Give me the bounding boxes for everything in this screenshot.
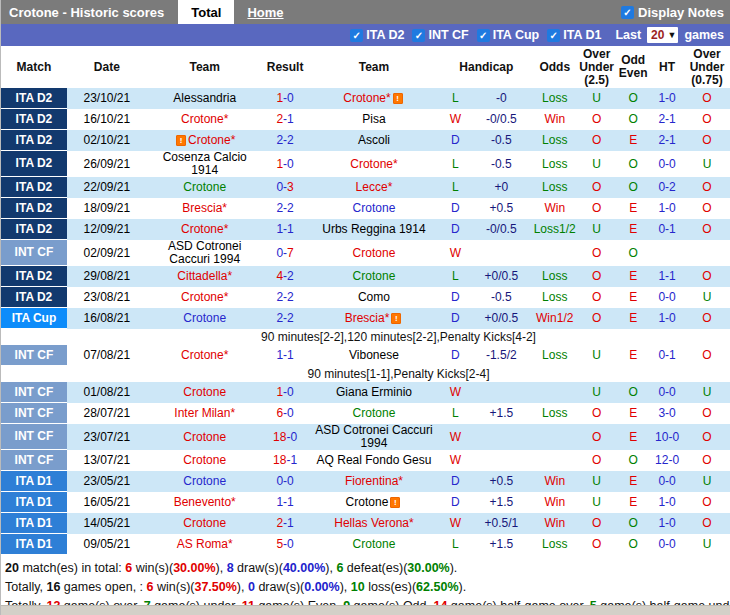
wld-cell: L [440,88,470,109]
over-under-075-cell: O [684,109,730,130]
summary-segment: win(s)( [153,580,194,594]
score-part: 2 [287,134,294,147]
date-cell: 13/07/21 [67,450,147,471]
home-team-cell: Crotone [147,471,263,492]
handicap-cell [470,240,532,266]
league-cell: ITA D2 [1,109,67,130]
odd-even-cell: E [616,308,650,329]
header-match: Match [1,61,67,74]
home-team-cell: Crotone* [147,287,263,308]
ht-cell: 0-0 [650,382,684,403]
chevron-down-icon: ▼ [667,30,676,40]
ht-cell: 10-0 [650,424,684,450]
checkbox-checked-icon[interactable]: ✓ [547,29,560,42]
over-under-25-cell: O [577,130,616,151]
score-part: 1 [287,496,294,509]
result-cell: 2-2 [263,198,308,219]
home-team-cell: Inter Milan* [147,403,263,424]
summary-segment: 37.50% [194,580,236,594]
odd-even-cell: O [616,151,650,177]
score-part: 1 [287,517,294,530]
odd-even-cell: E [616,287,650,308]
team-name: Crotone* [181,291,228,304]
last-games-select[interactable]: 20 ▼ [647,27,678,43]
checkbox-checked-icon[interactable]: ✓ [412,29,425,42]
handicap-cell: -0/0.5 [470,219,532,240]
wld-cell: W [440,240,470,266]
ht-cell: 0-1 [650,219,684,240]
home-team-cell: Brescia* [147,198,263,219]
summary-segment: 20 [5,561,19,575]
away-team-cell: AQ Real Fondo Gesu [308,450,441,471]
over-under-25-cell: O [577,266,616,287]
odd-even-cell: E [616,424,650,450]
score-part: 2 [287,202,294,215]
home-team-cell: Crotone [147,177,263,198]
header-team: Team [308,61,441,74]
handicap-cell [470,450,532,471]
wld-cell: W [440,424,470,450]
score-part: 1 [276,92,283,105]
result-cell: 1-1 [263,492,308,513]
summary-segment: 0 [248,580,255,594]
header-team: Team [147,61,263,74]
score-part: 7 [287,247,294,260]
league-cell: ITA D1 [1,534,67,555]
team-name: Ascoli [358,134,390,147]
display-notes-checkbox[interactable]: ✓ [621,6,634,19]
score-part: 2 [276,113,283,126]
tab-total[interactable]: Total [178,0,234,24]
score-part: 3 [287,181,294,194]
odds-cell: Win [532,198,577,219]
summary-segment: draw(s)( [255,580,304,594]
summary-segment: ). [450,561,458,575]
note-icon: ! [390,497,400,508]
checkbox-checked-icon[interactable]: ✓ [350,29,363,42]
league-cell: ITA D1 [1,471,67,492]
odds-cell: Loss [532,151,577,177]
score-part: 1 [276,223,283,236]
odds-cell: Loss [532,287,577,308]
match-note-row: 90 minutes[1-1],Penalty Kicks[2-4] [1,366,730,382]
handicap-cell [470,382,532,403]
home-team-cell: Alessandria [147,88,263,109]
ht-cell: 1-0 [650,88,684,109]
handicap-cell: +1.5 [470,534,532,555]
bottom-scrollbar-track[interactable] [1,605,730,615]
team-name: Inter Milan* [174,407,235,420]
odd-even-cell: E [616,345,650,366]
team-name: Crotone [353,202,396,215]
over-under-25-cell: U [577,88,616,109]
home-team-cell: Benevento* [147,492,263,513]
score-part: 18 [273,431,286,444]
ht-cell: 2-1 [650,130,684,151]
away-team-cell: Lecce* [308,177,441,198]
away-team-cell: Pisa [308,109,441,130]
handicap-cell: +1.5 [470,403,532,424]
summary-segment: ). [459,580,467,594]
tab-home[interactable]: Home [234,0,296,24]
odd-even-cell: O [616,513,650,534]
over-under-25-cell: O [577,240,616,266]
handicap-cell: +0.5 [470,471,532,492]
score-part: 1 [276,386,283,399]
table-body: ITA D223/10/21Alessandria1-0Crotone*!L-0… [1,88,730,555]
ht-cell: 1-1 [650,266,684,287]
score-part: 0 [276,475,283,488]
summary-segment: match(es) in total: [19,561,125,575]
wld-cell: D [440,308,470,329]
home-team-cell: Crotone [147,382,263,403]
league-cell: ITA D2 [1,198,67,219]
team-name: Crotone [183,517,226,530]
over-under-075-cell: O [684,266,730,287]
odds-cell: Win1/2 [532,308,577,329]
table-row: INT CF13/07/21Crotone18-1AQ Real Fondo G… [1,450,730,471]
table-row: ITA D212/09/21Crotone*1-1Urbs Reggina 19… [1,219,730,240]
result-cell: 18-1 [263,450,308,471]
odds-cell: Win [532,109,577,130]
team-name: Cosenza Calcio 1914 [149,151,261,177]
checkbox-checked-icon[interactable]: ✓ [477,29,490,42]
away-team-cell: Vibonese [308,345,441,366]
team-name: Crotone [353,407,396,420]
over-under-075-cell: O [684,198,730,219]
